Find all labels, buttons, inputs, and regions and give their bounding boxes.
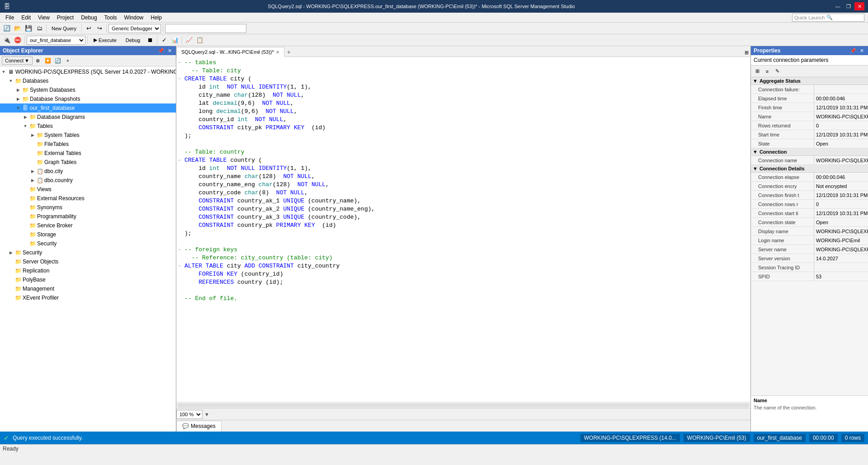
tree-item-databases[interactable]: ▼📁Databases (0, 76, 176, 85)
expand-icon-db-snapshots[interactable]: ▶ (14, 94, 22, 103)
expand-icon-programmability[interactable] (22, 212, 29, 221)
tree-item-system-dbs[interactable]: ▶📁System Databases (0, 85, 176, 94)
tree-item-db-snapshots[interactable]: ▶📁Database Snapshots (0, 94, 176, 103)
redo-btn[interactable]: ↪ (94, 23, 104, 33)
tree-item-server[interactable]: ▼🖥WORKING-PC\SQLEXPRESS (SQL Server 14.0… (0, 67, 176, 76)
line-expand-23[interactable]: − (176, 246, 183, 254)
expand-icon-security[interactable]: ▶ (7, 248, 14, 257)
line-expand-25[interactable]: − (176, 262, 183, 270)
stop-btn[interactable]: ⏹ (145, 35, 155, 45)
props-alphabetical-btn[interactable]: ≡ (763, 67, 772, 76)
tree-item-file-tables[interactable]: 📁FileTables (0, 140, 176, 149)
restore-button[interactable]: ❐ (844, 2, 854, 10)
tree-item-external-tables[interactable]: 📁External Tables (0, 149, 176, 158)
menu-file[interactable]: File (2, 14, 18, 22)
expand-icon-synonyms[interactable] (22, 203, 29, 212)
toggle-results[interactable]: 📋 (195, 35, 205, 45)
tree-item-server-objects[interactable]: 📁Server Objects (0, 257, 176, 266)
props-categorize-btn[interactable]: ⊞ (753, 67, 762, 76)
generic-debugger-dropdown[interactable]: Generic Debugger (108, 24, 161, 33)
tree-item-security[interactable]: ▶📁Security (0, 248, 176, 257)
expand-icon-external-tables[interactable] (29, 149, 36, 158)
tree-item-graph-tables[interactable]: 📁Graph Tables (0, 158, 176, 167)
props-pin-btn[interactable]: 📌 (849, 48, 858, 54)
include-client-stats[interactable]: 📈 (184, 35, 194, 45)
save-btn[interactable]: 💾 (24, 23, 33, 33)
open-btn[interactable]: 📂 (13, 23, 23, 33)
parse-btn[interactable]: ✓ (159, 35, 169, 45)
tree-item-db-diagrams[interactable]: ▶📁Database Diagrams (0, 113, 176, 122)
zoom-dropdown[interactable]: 100 % 75 % 125 % (176, 410, 203, 419)
line-expand-2[interactable]: − (176, 75, 183, 83)
tab-sqlquery2[interactable]: SQLQuery2.sql - W...KING-PC\Emil (53))* … (176, 47, 284, 57)
line-expand-12[interactable]: − (176, 156, 183, 164)
expand-icon-management[interactable] (7, 284, 14, 293)
expand-icon-server[interactable]: ▼ (0, 67, 7, 76)
database-dropdown[interactable]: our_first_database (27, 36, 85, 45)
oe-new-btn[interactable]: + (63, 56, 72, 65)
menu-help[interactable]: Help (147, 14, 165, 22)
tree-item-polybase[interactable]: 📁PolyBase (0, 275, 176, 284)
oe-disconnect-btn[interactable]: ⊗ (33, 56, 42, 65)
expand-icon-file-tables[interactable] (29, 140, 36, 149)
tree-item-dbo-city[interactable]: ▶📋dbo.city (0, 167, 176, 176)
expand-icon-xevent[interactable] (7, 293, 14, 302)
oe-filter-btn[interactable]: 🔽 (43, 56, 52, 65)
menu-window[interactable]: Window (121, 14, 147, 22)
expand-icon-polybase[interactable] (7, 275, 14, 284)
execute-btn[interactable]: ▶ Execute (90, 35, 121, 45)
split-editor-btn[interactable]: ⊞ (743, 49, 750, 56)
tree-item-programmability[interactable]: 📁Programmability (0, 212, 176, 221)
oe-pin-btn[interactable]: 📌 (156, 48, 165, 54)
new-query-btn[interactable]: 🔄 (2, 23, 12, 33)
expand-icon-views[interactable] (22, 185, 29, 194)
horizontal-scrollbar[interactable] (176, 402, 750, 408)
tree-item-system-tables[interactable]: ▶📁System Tables (0, 131, 176, 140)
menu-edit[interactable]: Edit (18, 14, 34, 22)
close-button[interactable]: ✕ (854, 2, 864, 10)
expand-icon-ext-resources[interactable] (22, 194, 29, 203)
tree-item-service-broker[interactable]: 📁Service Broker (0, 221, 176, 230)
menu-tools[interactable]: Tools (101, 14, 121, 22)
oe-refresh-btn[interactable]: 🔄 (53, 56, 62, 65)
expand-icon-tables[interactable]: ▼ (22, 122, 29, 131)
expand-icon-graph-tables[interactable] (29, 158, 36, 167)
expand-icon-service-broker[interactable] (22, 221, 29, 230)
tree-item-tables[interactable]: ▼📁Tables (0, 122, 176, 131)
expand-icon-system-tables[interactable]: ▶ (29, 131, 36, 140)
props-edit-btn[interactable]: ✎ (773, 67, 782, 76)
props-close-btn[interactable]: ✕ (859, 48, 865, 54)
expand-icon-dbo-city[interactable]: ▶ (29, 167, 36, 176)
tab-add-btn[interactable]: + (284, 47, 293, 56)
oe-connect-button[interactable]: Connect ▼ (2, 56, 33, 65)
search-input[interactable] (165, 24, 246, 33)
props-section-connection[interactable]: ▼ Connection (751, 148, 868, 156)
connect-db-btn[interactable]: 🔌 (2, 35, 12, 45)
menu-project[interactable]: Project (53, 14, 77, 22)
tree-item-security-db[interactable]: 📁Security (0, 239, 176, 248)
oe-close-btn[interactable]: ✕ (166, 48, 173, 54)
new-query-text-btn[interactable]: New Query (48, 23, 80, 33)
tree-item-management[interactable]: 📁Management (0, 284, 176, 293)
save-all-btn[interactable]: 🗂 (34, 23, 44, 33)
menu-debug[interactable]: Debug (77, 14, 100, 22)
tree-item-xevent[interactable]: 📁XEvent Profiler (0, 293, 176, 302)
expand-icon-databases[interactable]: ▼ (7, 76, 14, 85)
tree-item-ext-resources[interactable]: 📁External Resources (0, 194, 176, 203)
undo-btn[interactable]: ↩ (84, 23, 94, 33)
messages-tab[interactable]: 💬 Messages (176, 421, 222, 432)
props-section-aggregate[interactable]: ▼ Aggregate Status (751, 77, 868, 85)
menu-view[interactable]: View (34, 14, 53, 22)
expand-icon-storage[interactable] (22, 230, 29, 239)
code-editor[interactable]: −-- tables -- Table: city−CREATE TABLE c… (176, 57, 750, 402)
line-expand-0[interactable]: − (176, 59, 183, 67)
tree-item-replication[interactable]: 📁Replication (0, 266, 176, 275)
expand-icon-system-dbs[interactable]: ▶ (14, 85, 22, 94)
tab-close-btn[interactable]: ✕ (276, 50, 279, 55)
quick-launch-container[interactable]: Quick Launch 🔍 (792, 14, 864, 22)
tree-item-views[interactable]: 📁Views (0, 185, 176, 194)
debug-btn[interactable]: Debug (122, 35, 144, 45)
expand-icon-replication[interactable] (7, 266, 14, 275)
disconnect-btn[interactable]: ⛔ (13, 35, 23, 45)
expand-icon-our_first_database[interactable]: ▼ (14, 103, 22, 113)
